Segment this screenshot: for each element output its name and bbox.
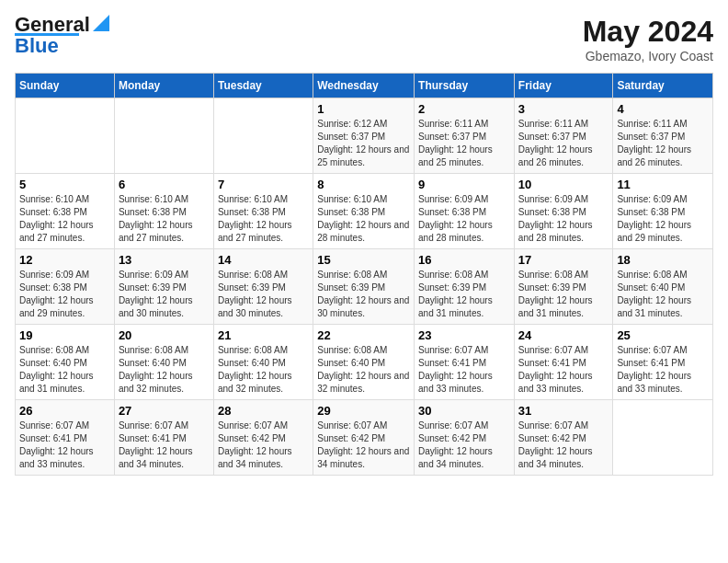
day-info: Sunrise: 6:09 AMSunset: 6:38 PMDaylight:… bbox=[19, 269, 110, 320]
calendar-cell: 27Sunrise: 6:07 AMSunset: 6:41 PMDayligh… bbox=[114, 400, 213, 476]
day-info: Sunrise: 6:08 AMSunset: 6:40 PMDaylight:… bbox=[617, 269, 709, 320]
day-number: 5 bbox=[19, 178, 110, 191]
day-info: Sunrise: 6:07 AMSunset: 6:41 PMDaylight:… bbox=[119, 419, 210, 471]
calendar-cell: 16Sunrise: 6:08 AMSunset: 6:39 PMDayligh… bbox=[415, 249, 515, 325]
day-number: 13 bbox=[119, 253, 210, 267]
day-info: Sunrise: 6:10 AMSunset: 6:38 PMDaylight:… bbox=[19, 193, 110, 245]
day-info: Sunrise: 6:07 AMSunset: 6:41 PMDaylight:… bbox=[617, 344, 709, 396]
logo-triangle-icon bbox=[93, 15, 109, 31]
calendar-cell: 23Sunrise: 6:07 AMSunset: 6:41 PMDayligh… bbox=[415, 325, 515, 400]
day-number: 26 bbox=[19, 404, 110, 418]
logo-general: General bbox=[15, 15, 90, 35]
day-number: 27 bbox=[119, 404, 210, 418]
calendar-cell: 3Sunrise: 6:11 AMSunset: 6:37 PMDaylight… bbox=[514, 98, 613, 174]
calendar-cell: 11Sunrise: 6:09 AMSunset: 6:38 PMDayligh… bbox=[613, 174, 713, 249]
calendar-cell: 21Sunrise: 6:08 AMSunset: 6:40 PMDayligh… bbox=[213, 325, 313, 400]
day-info: Sunrise: 6:08 AMSunset: 6:40 PMDaylight:… bbox=[218, 344, 309, 396]
column-header-wednesday: Wednesday bbox=[313, 74, 415, 98]
calendar-cell: 2Sunrise: 6:11 AMSunset: 6:37 PMDaylight… bbox=[415, 98, 515, 174]
day-number: 20 bbox=[119, 328, 210, 342]
day-number: 23 bbox=[418, 328, 510, 342]
day-info: Sunrise: 6:09 AMSunset: 6:39 PMDaylight:… bbox=[119, 269, 210, 320]
day-info: Sunrise: 6:11 AMSunset: 6:37 PMDaylight:… bbox=[518, 118, 609, 169]
calendar-cell: 24Sunrise: 6:07 AMSunset: 6:41 PMDayligh… bbox=[514, 325, 613, 400]
day-number: 12 bbox=[19, 253, 110, 267]
day-info: Sunrise: 6:07 AMSunset: 6:41 PMDaylight:… bbox=[418, 344, 510, 396]
calendar-cell: 18Sunrise: 6:08 AMSunset: 6:40 PMDayligh… bbox=[613, 249, 713, 325]
calendar-cell: 6Sunrise: 6:10 AMSunset: 6:38 PMDaylight… bbox=[114, 174, 213, 249]
calendar-cell: 12Sunrise: 6:09 AMSunset: 6:38 PMDayligh… bbox=[16, 249, 115, 325]
calendar-cell: 29Sunrise: 6:07 AMSunset: 6:42 PMDayligh… bbox=[313, 400, 415, 476]
calendar-cell: 8Sunrise: 6:10 AMSunset: 6:38 PMDaylight… bbox=[313, 174, 415, 249]
day-info: Sunrise: 6:07 AMSunset: 6:42 PMDaylight:… bbox=[518, 419, 609, 471]
column-header-monday: Monday bbox=[114, 74, 213, 98]
day-info: Sunrise: 6:11 AMSunset: 6:37 PMDaylight:… bbox=[617, 118, 709, 169]
day-number: 9 bbox=[418, 178, 510, 191]
calendar-week-row: 5Sunrise: 6:10 AMSunset: 6:38 PMDaylight… bbox=[16, 174, 713, 249]
day-number: 8 bbox=[317, 178, 410, 191]
day-number: 18 bbox=[617, 253, 709, 267]
calendar-cell: 9Sunrise: 6:09 AMSunset: 6:38 PMDaylight… bbox=[415, 174, 515, 249]
day-info: Sunrise: 6:10 AMSunset: 6:38 PMDaylight:… bbox=[317, 193, 410, 245]
calendar-header-row: SundayMondayTuesdayWednesdayThursdayFrid… bbox=[16, 74, 713, 98]
column-header-saturday: Saturday bbox=[613, 74, 713, 98]
day-info: Sunrise: 6:09 AMSunset: 6:38 PMDaylight:… bbox=[418, 193, 510, 245]
day-info: Sunrise: 6:09 AMSunset: 6:38 PMDaylight:… bbox=[617, 193, 709, 245]
day-number: 24 bbox=[518, 328, 609, 342]
calendar-cell: 4Sunrise: 6:11 AMSunset: 6:37 PMDaylight… bbox=[613, 98, 713, 174]
calendar-cell: 31Sunrise: 6:07 AMSunset: 6:42 PMDayligh… bbox=[514, 400, 613, 476]
day-number: 16 bbox=[418, 253, 510, 267]
day-info: Sunrise: 6:08 AMSunset: 6:40 PMDaylight:… bbox=[19, 344, 110, 396]
day-number: 4 bbox=[617, 102, 709, 116]
column-header-sunday: Sunday bbox=[16, 74, 115, 98]
calendar-cell bbox=[213, 98, 313, 174]
day-number: 6 bbox=[119, 178, 210, 191]
calendar-cell: 30Sunrise: 6:07 AMSunset: 6:42 PMDayligh… bbox=[415, 400, 515, 476]
day-info: Sunrise: 6:07 AMSunset: 6:42 PMDaylight:… bbox=[317, 419, 410, 471]
calendar-week-row: 19Sunrise: 6:08 AMSunset: 6:40 PMDayligh… bbox=[16, 325, 713, 400]
svg-marker-0 bbox=[93, 15, 109, 31]
day-info: Sunrise: 6:08 AMSunset: 6:40 PMDaylight:… bbox=[317, 344, 410, 396]
day-number: 31 bbox=[518, 404, 609, 418]
calendar-cell bbox=[16, 98, 115, 174]
calendar-cell: 15Sunrise: 6:08 AMSunset: 6:39 PMDayligh… bbox=[313, 249, 415, 325]
logo-blue: Blue bbox=[15, 34, 59, 57]
day-info: Sunrise: 6:12 AMSunset: 6:37 PMDaylight:… bbox=[317, 118, 410, 169]
calendar-cell: 17Sunrise: 6:08 AMSunset: 6:39 PMDayligh… bbox=[514, 249, 613, 325]
calendar-cell: 19Sunrise: 6:08 AMSunset: 6:40 PMDayligh… bbox=[16, 325, 115, 400]
day-info: Sunrise: 6:08 AMSunset: 6:39 PMDaylight:… bbox=[317, 269, 410, 320]
day-number: 1 bbox=[317, 102, 410, 116]
calendar-cell bbox=[613, 400, 713, 476]
day-info: Sunrise: 6:08 AMSunset: 6:39 PMDaylight:… bbox=[218, 269, 309, 320]
day-info: Sunrise: 6:10 AMSunset: 6:38 PMDaylight:… bbox=[218, 193, 309, 245]
calendar-cell bbox=[114, 98, 213, 174]
day-number: 7 bbox=[218, 178, 309, 191]
calendar-cell: 5Sunrise: 6:10 AMSunset: 6:38 PMDaylight… bbox=[16, 174, 115, 249]
day-number: 25 bbox=[617, 328, 709, 342]
day-number: 15 bbox=[317, 253, 410, 267]
day-info: Sunrise: 6:08 AMSunset: 6:39 PMDaylight:… bbox=[518, 269, 609, 320]
calendar-week-row: 26Sunrise: 6:07 AMSunset: 6:41 PMDayligh… bbox=[16, 400, 713, 476]
calendar-cell: 25Sunrise: 6:07 AMSunset: 6:41 PMDayligh… bbox=[613, 325, 713, 400]
day-info: Sunrise: 6:07 AMSunset: 6:42 PMDaylight:… bbox=[218, 419, 309, 471]
title-block: May 2024 Gbemazo, Ivory Coast bbox=[583, 15, 713, 63]
day-number: 10 bbox=[518, 178, 609, 191]
day-number: 2 bbox=[418, 102, 510, 116]
day-info: Sunrise: 6:09 AMSunset: 6:38 PMDaylight:… bbox=[518, 193, 609, 245]
calendar-week-row: 12Sunrise: 6:09 AMSunset: 6:38 PMDayligh… bbox=[16, 249, 713, 325]
calendar-cell: 28Sunrise: 6:07 AMSunset: 6:42 PMDayligh… bbox=[213, 400, 313, 476]
day-number: 14 bbox=[218, 253, 309, 267]
day-number: 28 bbox=[218, 404, 309, 418]
day-info: Sunrise: 6:08 AMSunset: 6:40 PMDaylight:… bbox=[119, 344, 210, 396]
day-info: Sunrise: 6:07 AMSunset: 6:41 PMDaylight:… bbox=[518, 344, 609, 396]
day-info: Sunrise: 6:08 AMSunset: 6:39 PMDaylight:… bbox=[418, 269, 510, 320]
day-info: Sunrise: 6:07 AMSunset: 6:41 PMDaylight:… bbox=[19, 419, 110, 471]
day-number: 29 bbox=[317, 404, 410, 418]
calendar-table: SundayMondayTuesdayWednesdayThursdayFrid… bbox=[15, 73, 713, 476]
day-number: 22 bbox=[317, 328, 410, 342]
day-number: 21 bbox=[218, 328, 309, 342]
page-header: General Blue May 2024 Gbemazo, Ivory Coa… bbox=[15, 15, 713, 63]
day-number: 11 bbox=[617, 178, 709, 191]
day-info: Sunrise: 6:07 AMSunset: 6:42 PMDaylight:… bbox=[418, 419, 510, 471]
calendar-cell: 7Sunrise: 6:10 AMSunset: 6:38 PMDaylight… bbox=[213, 174, 313, 249]
